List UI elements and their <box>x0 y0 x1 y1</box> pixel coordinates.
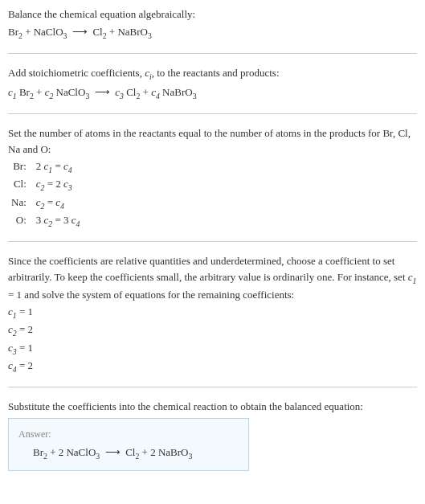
table-row: Cl: c2 = 2 c3 <box>8 176 83 194</box>
section1-title: Balance the chemical equation algebraica… <box>8 6 417 23</box>
element-equation: c2 = 2 c3 <box>33 176 84 194</box>
element-label: Na: <box>8 195 33 212</box>
coef-value: c2 = 2 <box>8 322 417 339</box>
table-row: Br: 2 c1 = c4 <box>8 158 83 176</box>
section-add-coefficients: Add stoichiometric coefficients, ci, to … <box>8 65 417 102</box>
section1-equation: Br2 + NaClO3 ⟶ Cl2 + NaBrO3 <box>8 24 417 42</box>
section-balance-prompt: Balance the chemical equation algebraica… <box>8 6 417 42</box>
divider <box>8 113 417 114</box>
coefficient-list: c1 = 1 c2 = 2 c3 = 1 c4 = 2 <box>8 304 417 375</box>
table-row: Na: c2 = c4 <box>8 195 83 212</box>
coef-value: c4 = 2 <box>8 358 417 375</box>
atom-balance-table: Br: 2 c1 = c4 Cl: c2 = 2 c3 Na: c2 = c4 … <box>8 158 83 230</box>
table-row: O: 3 c2 = 3 c4 <box>8 212 83 230</box>
element-equation: 2 c1 = c4 <box>33 158 84 176</box>
section-answer: Substitute the coefficients into the che… <box>8 399 417 471</box>
coef-value: c1 = 1 <box>8 304 417 322</box>
section-solve: Since the coefficients are relative quan… <box>8 253 417 375</box>
section-atom-balance: Set the number of atoms in the reactants… <box>8 125 417 230</box>
answer-label: Answer: <box>18 427 239 441</box>
element-label: Cl: <box>8 176 33 194</box>
divider <box>8 53 417 54</box>
divider <box>8 241 417 242</box>
element-equation: 3 c2 = 3 c4 <box>33 212 84 230</box>
section2-equation: c1 Br2 + c2 NaClO3 ⟶ c3 Cl2 + c4 NaBrO3 <box>8 84 417 102</box>
balanced-equation: Br2 + 2 NaClO3 ⟶ Cl2 + 2 NaBrO3 <box>18 445 239 462</box>
section5-title: Substitute the coefficients into the che… <box>8 399 417 415</box>
section2-title: Add stoichiometric coefficients, ci, to … <box>8 65 417 83</box>
coef-value: c3 = 1 <box>8 340 417 358</box>
element-label: Br: <box>8 158 33 176</box>
section3-title: Set the number of atoms in the reactants… <box>8 125 417 157</box>
answer-box: Answer: Br2 + 2 NaClO3 ⟶ Cl2 + 2 NaBrO3 <box>8 418 249 471</box>
element-equation: c2 = c4 <box>33 195 84 212</box>
divider <box>8 387 417 387</box>
element-label: O: <box>8 212 33 230</box>
section4-title: Since the coefficients are relative quan… <box>8 253 417 302</box>
